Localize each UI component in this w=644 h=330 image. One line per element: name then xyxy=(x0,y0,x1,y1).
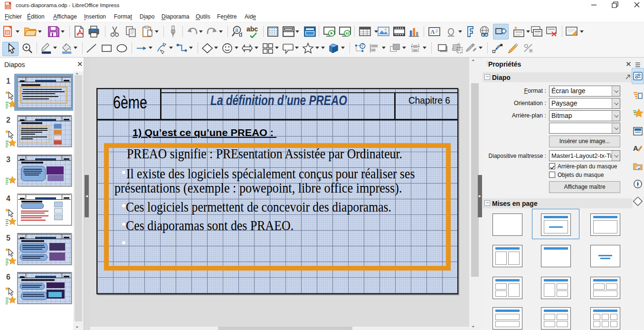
svg-text:abc: abc xyxy=(246,25,258,33)
svg-text:d: d xyxy=(239,31,242,38)
svg-text:A: A xyxy=(633,144,638,152)
svg-text:A: A xyxy=(430,28,435,35)
svg-text:a: a xyxy=(235,27,238,33)
